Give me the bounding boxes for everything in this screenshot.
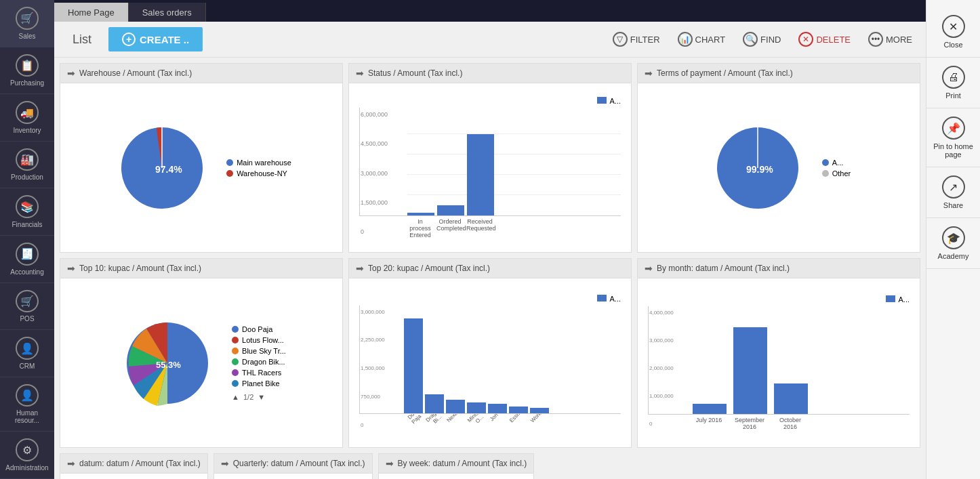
nav-arrow-icon-2: ➡ xyxy=(356,68,364,79)
chart-terms-title: Terms of payment / Amount (Tax incl.) xyxy=(657,68,793,78)
top10-l6: Planet Bike xyxy=(242,379,280,388)
sidebar-item-accounting[interactable]: 🧾 Accounting xyxy=(0,236,54,283)
legend-label-ny: Warehouse-NY xyxy=(237,169,287,178)
chart-terms-body: 99.9% A... Other xyxy=(638,83,920,252)
terms-pie-svg: 99.9% xyxy=(707,117,809,219)
bymonth-bar-labels: July 2016 September 2016 October 2016 xyxy=(648,415,910,430)
sidebar-item-production[interactable]: 🏭 Production xyxy=(0,142,54,189)
chart-terms: ➡ Terms of payment / Amount (Tax incl.) … xyxy=(637,63,920,253)
sidebar-item-sales[interactable]: 🛒 Sales xyxy=(0,0,54,47)
bar-received xyxy=(467,134,494,215)
chart-top20-title: Top 20: kupac / Amount (Tax incl.) xyxy=(368,264,490,273)
svg-text:97.4%: 97.4% xyxy=(155,164,182,175)
pin-icon: 📌 xyxy=(942,117,965,140)
chart-byweek-title: By week: datum / Amount (Tax incl.) xyxy=(398,459,527,468)
chart-bymonth: ➡ By month: datum / Amount (Tax incl.) A… xyxy=(637,258,920,448)
sidebar-label-hr: Human resour... xyxy=(3,409,51,424)
sidebar-item-hr[interactable]: 👤 Human resour... xyxy=(0,377,54,432)
chart-top20-body: A... 3,000,000 2,250,000 1,500,000 750,0… xyxy=(349,278,631,447)
tab-bar: Home Page Sales orders xyxy=(54,0,926,22)
share-panel-item[interactable]: ↗ Share xyxy=(926,167,980,218)
tab-home-page[interactable]: Home Page xyxy=(54,3,129,22)
legend-pagination: ▲ 1/2 ▼ xyxy=(232,393,286,401)
chart-top20-header: ➡ Top 20: kupac / Amount (Tax incl.) xyxy=(349,259,631,278)
top20-legend-top: A... xyxy=(359,295,621,303)
nav-arrow-icon-9: ➡ xyxy=(386,458,394,469)
warehouse-legend: Main warehouse Warehouse-NY xyxy=(226,159,291,178)
filter-button[interactable]: ▽ FILTER xyxy=(607,28,666,50)
chart-bymonth-header: ➡ By month: datum / Amount (Tax incl.) xyxy=(638,259,920,278)
prev-page-btn[interactable]: ▲ xyxy=(232,393,239,401)
find-button[interactable]: 🔍 FIND xyxy=(737,28,786,50)
close-icon: ✕ xyxy=(942,15,965,38)
sidebar-label-production: Production xyxy=(11,173,43,181)
terms-legend-other: Other xyxy=(832,169,851,178)
bymonth-bars xyxy=(648,306,910,415)
bar-ordered xyxy=(437,205,464,215)
production-icon: 🏭 xyxy=(16,148,39,171)
legend-dot-main xyxy=(226,159,233,166)
chart-warehouse-header: ➡ Warehouse / Amount (Tax incl.) xyxy=(60,64,342,83)
sidebar: 🛒 Sales 📋 Purchasing 🚚 Inventory 🏭 Produ… xyxy=(0,0,54,479)
toolbar: List + CREATE .. ▽ FILTER 📊 CHART 🔍 FIND… xyxy=(54,22,926,58)
nav-arrow-icon-8: ➡ xyxy=(221,458,229,469)
top10-l1: Doo Paja xyxy=(242,325,272,333)
top10-l5: THL Racers xyxy=(242,369,281,377)
svg-text:55.3%: 55.3% xyxy=(156,360,181,370)
chart-button[interactable]: 📊 CHART xyxy=(672,28,731,50)
chart-datum: ➡ datum: datum / Amount (Tax incl.) xyxy=(60,453,208,479)
more-icon: ••• xyxy=(868,32,883,47)
bymonth-legend-a: A... xyxy=(898,295,910,304)
terms-legend-a: A... xyxy=(832,159,844,167)
chart-quarterly-title: Quarterly: datum / Amount (Tax incl.) xyxy=(233,459,365,468)
legend-label-a: A... xyxy=(609,97,621,105)
sidebar-item-financials[interactable]: 📚 Financials xyxy=(0,188,54,236)
bar-in-process xyxy=(407,213,434,215)
sidebar-label-inventory: Inventory xyxy=(13,127,41,134)
chart-datum-title: datum: datum / Amount (Tax incl.) xyxy=(79,459,201,468)
create-button[interactable]: + CREATE .. xyxy=(108,27,203,51)
print-panel-item[interactable]: 🖨 Print xyxy=(926,58,980,108)
chart-top10-title: Top 10: kupac / Amount (Tax incl.) xyxy=(79,264,201,273)
list-label: List xyxy=(62,30,102,49)
academy-panel-item[interactable]: 🎓 Academy xyxy=(926,218,980,269)
charts-area: ➡ Warehouse / Amount (Tax incl.) 97.4% xyxy=(54,58,926,479)
nav-arrow-icon-6: ➡ xyxy=(645,263,653,274)
next-page-btn[interactable]: ▼ xyxy=(258,393,265,401)
chart-icon: 📊 xyxy=(678,32,693,47)
charts-row-1: ➡ Warehouse / Amount (Tax incl.) 97.4% xyxy=(60,63,920,253)
sidebar-item-administration[interactable]: ⚙ Administration xyxy=(0,432,54,479)
chart-byweek-header: ➡ By week: datum / Amount (Tax incl.) xyxy=(379,454,534,474)
chart-top20: ➡ Top 20: kupac / Amount (Tax incl.) A..… xyxy=(348,258,632,448)
chart-top10-body: 55.3% Doo Paja Lotus Flow... xyxy=(60,278,342,447)
nav-arrow-icon-7: ➡ xyxy=(67,458,75,469)
sidebar-item-crm[interactable]: 👤 CRM xyxy=(0,330,54,377)
chart-top10: ➡ Top 10: kupac / Amount (Tax incl.) xyxy=(60,258,343,448)
terms-legend: A... Other xyxy=(822,159,851,178)
chart-warehouse-title: Warehouse / Amount (Tax incl.) xyxy=(79,68,192,78)
sidebar-item-purchasing[interactable]: 📋 Purchasing xyxy=(0,47,54,95)
academy-label: Academy xyxy=(938,252,969,260)
financials-icon: 📚 xyxy=(16,195,39,218)
sidebar-label-crm: CRM xyxy=(20,362,35,370)
tab-sales-orders[interactable]: Sales orders xyxy=(129,3,206,22)
more-button[interactable]: ••• MORE xyxy=(863,28,918,50)
close-panel-item[interactable]: ✕ Close xyxy=(926,7,980,58)
sidebar-item-inventory[interactable]: 🚚 Inventory xyxy=(0,94,54,142)
sidebar-label-purchasing: Purchasing xyxy=(10,79,44,87)
status-bars xyxy=(359,108,621,216)
svg-text:99.9%: 99.9% xyxy=(746,164,773,175)
filter-icon: ▽ xyxy=(613,32,628,47)
top10-pie-svg: 55.3% xyxy=(117,312,218,414)
top20-bars xyxy=(359,306,621,414)
purchasing-icon: 📋 xyxy=(16,54,39,77)
sidebar-item-pos[interactable]: 🛒 POS xyxy=(0,283,54,331)
pin-panel-item[interactable]: 📌 Pin to home page xyxy=(926,108,980,167)
pin-label: Pin to home page xyxy=(930,142,977,159)
chart-status-title: Status / Amount (Tax incl.) xyxy=(368,68,462,78)
share-icon: ↗ xyxy=(942,175,965,199)
legend-label-main: Main warehouse xyxy=(237,159,291,167)
accounting-icon: 🧾 xyxy=(16,243,39,266)
delete-button[interactable]: ✕ DELETE xyxy=(793,28,856,50)
chart-bymonth-title: By month: datum / Amount (Tax incl.) xyxy=(657,264,790,273)
